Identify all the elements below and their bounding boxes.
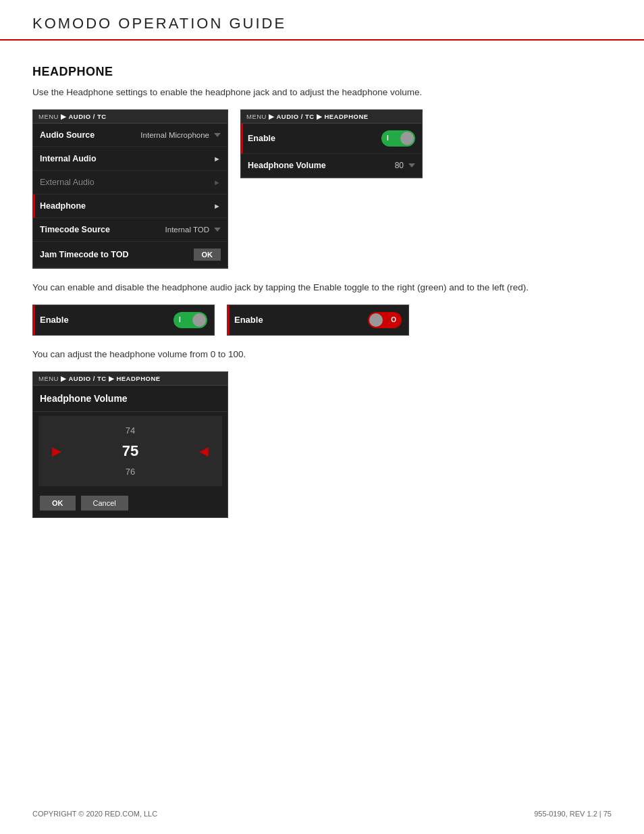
volume-panel-wrap: MENU ▶ AUDIO / TC ▶ HEADPHONE Headphone … <box>32 371 612 518</box>
page-title: KOMODO OPERATION GUIDE <box>32 15 612 32</box>
volume-panel: MENU ▶ AUDIO / TC ▶ HEADPHONE Headphone … <box>32 371 228 518</box>
panel-breadcrumb-left: MENU ▶ AUDIO / TC <box>33 110 227 124</box>
timecode-source-label: Timecode Source <box>40 225 110 234</box>
vol-panel-buttons: OK Cancel <box>33 490 227 517</box>
footer-left: COPYRIGHT © 2020 RED.COM, LLC <box>32 810 157 818</box>
timecode-source-row: Timecode Source Internal TOD <box>33 218 227 242</box>
external-audio-arrow: ► <box>213 178 221 186</box>
timecode-source-value: Internal TOD <box>165 226 221 234</box>
headphone-volume-chevron <box>408 163 415 167</box>
toggle-on-label: I <box>387 134 389 142</box>
volume-text: You can adjust the headphone volume from… <box>32 348 612 362</box>
vol-ok-button[interactable]: OK <box>40 496 76 511</box>
vol-increment-arrow[interactable]: ◀ <box>199 444 209 459</box>
vol-decrement-arrow[interactable]: ▶ <box>52 444 61 459</box>
enable-off-row: Enable O <box>227 305 408 335</box>
vol-selected: 75 <box>122 438 138 464</box>
vol-picker: 74 ▶ 75 ◀ 76 <box>38 416 222 486</box>
internal-audio-label: Internal Audio <box>40 154 97 163</box>
footer-right: 955-0190, REV 1.2 | 75 <box>534 810 612 818</box>
headphone-label: Headphone <box>40 201 86 211</box>
jam-timecode-row: Jam Timecode to TOD OK <box>33 242 227 268</box>
audio-source-row: Audio Source Internal Microphone <box>33 124 227 147</box>
enable-label-right: Enable <box>248 134 275 143</box>
enable-text: You can enable and disable the headphone… <box>32 281 612 295</box>
main-content: HEADPHONE Use the Headphone settings to … <box>0 41 644 584</box>
vol-panel-title: Headphone Volume <box>40 393 128 404</box>
vol-picker-arrows-row: ▶ 75 ◀ <box>38 438 222 464</box>
enable-toggle-on-2[interactable]: I <box>173 312 207 328</box>
toggle-knob-on-2 <box>192 313 206 327</box>
vol-panel-breadcrumb: MENU ▶ AUDIO / TC ▶ HEADPHONE <box>33 372 227 386</box>
audio-tc-panel: MENU ▶ AUDIO / TC Audio Source Internal … <box>32 109 228 269</box>
jam-timecode-label: Jam Timecode to TOD <box>40 250 129 259</box>
headphone-submenu-panel: MENU ▶ AUDIO / TC ▶ HEADPHONE Enable I H… <box>240 109 423 178</box>
enable-toggle-on[interactable]: I <box>381 130 415 147</box>
audio-source-chevron <box>214 133 221 137</box>
enable-on-row: Enable I <box>33 305 214 335</box>
audio-source-value: Internal Microphone <box>140 131 221 139</box>
intro-text: Use the Headphone settings to enable the… <box>32 86 612 100</box>
toggle-on-label-2: I <box>179 316 181 323</box>
vol-below: 76 <box>38 464 222 479</box>
enable-off-panel: Enable O <box>227 305 409 336</box>
panel-breadcrumb-right: MENU ▶ AUDIO / TC ▶ HEADPHONE <box>241 110 422 124</box>
toggle-off-label: O <box>391 316 396 323</box>
jam-ok-button[interactable]: OK <box>194 249 221 261</box>
toggle-knob-on <box>400 132 414 145</box>
audio-source-label: Audio Source <box>40 130 95 140</box>
headphone-volume-value: 80 <box>395 161 415 170</box>
enable-row-right: Enable I <box>241 124 422 154</box>
vol-panel-title-row: Headphone Volume <box>33 386 227 412</box>
toggle-knob-off <box>369 313 383 327</box>
internal-audio-row: Internal Audio ► <box>33 147 227 171</box>
enable-off-label: Enable <box>234 315 263 325</box>
enable-panels-row: Enable I Enable O <box>32 305 612 336</box>
panels-row-main: MENU ▶ AUDIO / TC Audio Source Internal … <box>32 109 612 269</box>
headphone-arrow: ► <box>213 202 221 210</box>
timecode-chevron <box>214 228 221 232</box>
page-footer: COPYRIGHT © 2020 RED.COM, LLC 955-0190, … <box>32 810 612 818</box>
page-header: KOMODO OPERATION GUIDE <box>0 0 644 41</box>
enable-toggle-off[interactable]: O <box>368 312 402 328</box>
external-audio-label: External Audio <box>40 178 95 187</box>
headphone-volume-row-right: Headphone Volume 80 <box>241 154 422 178</box>
enable-on-panel: Enable I <box>32 305 215 336</box>
enable-on-label: Enable <box>40 315 69 325</box>
headphone-row: Headphone ► <box>33 194 227 218</box>
vol-above: 74 <box>38 423 222 438</box>
internal-audio-arrow: ► <box>213 155 221 163</box>
section-heading: HEADPHONE <box>32 65 612 79</box>
headphone-volume-label-right: Headphone Volume <box>248 161 326 170</box>
vol-cancel-button[interactable]: Cancel <box>81 496 128 511</box>
external-audio-row: External Audio ► <box>33 171 227 194</box>
